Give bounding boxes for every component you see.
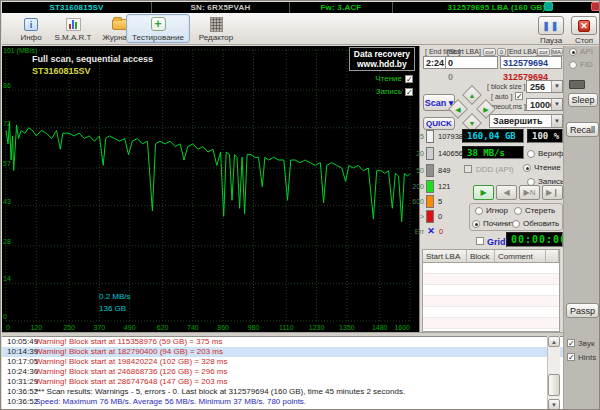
histogram-block (426, 195, 434, 208)
radio-fid[interactable]: FID (569, 60, 593, 69)
stop-icon: ✕ (578, 20, 590, 32)
log-row[interactable]: 10:17:05Warning! Block start at 19842022… (2, 357, 563, 367)
histogram-row: 200121 (411, 180, 451, 193)
end-lba-label: [End LBA] (507, 48, 539, 55)
scroll-down-icon[interactable]: ▼ (548, 399, 560, 410)
radio-erase[interactable]: Стереть (514, 206, 555, 215)
histogram-block (426, 130, 434, 143)
hex-editor-icon (210, 17, 223, 32)
log-row[interactable]: 10:05:49Warning! Block start at 11535897… (2, 337, 563, 347)
auto-checkbox[interactable]: ✓ (515, 92, 523, 100)
start-lba-label: [Start LBA] (447, 48, 481, 55)
log-row[interactable]: 10:31:29Warning! Block start at 28674764… (2, 377, 563, 387)
passp-button[interactable]: Passp (566, 303, 599, 318)
tab-info[interactable]: i Инфо (14, 14, 48, 43)
speed-display: 38 MB/s (462, 146, 524, 159)
radio-ignore[interactable]: Игнор (475, 206, 508, 215)
stop-button[interactable]: ✕ Стоп (569, 16, 599, 45)
timer-display: 00:00:00 (506, 232, 563, 247)
defect-table-column-header[interactable]: Start LBA (423, 250, 467, 262)
legend-write: Запись ✓ (376, 87, 413, 96)
scroll-up-icon[interactable]: ▲ (548, 336, 560, 347)
quick-button[interactable]: QUICK (423, 117, 455, 130)
defect-table-column-header[interactable] (546, 250, 559, 262)
sleep-button[interactable]: Sleep (568, 93, 598, 107)
chevron-down-icon[interactable]: ▼ (551, 99, 562, 110)
svg-text:490: 490 (124, 324, 136, 331)
log-row[interactable]: 10:14:39Warning! Block start at 18279040… (2, 347, 563, 357)
log-row[interactable]: 10:24:30Warning! Block start at 24686873… (2, 367, 563, 377)
sound-checkbox[interactable]: ✓ (567, 339, 575, 347)
tab-testing[interactable]: + Тестирование (126, 14, 190, 43)
skip-icon: ▶N (524, 188, 536, 197)
defect-table: Start LBABlockComment (422, 249, 560, 332)
speed-graph-canvas: 101 (MB/s)867257432814001202503704906207… (2, 46, 420, 332)
play-button[interactable]: ▶ (473, 185, 494, 200)
recall-button[interactable]: Recall (566, 122, 599, 137)
percent-display: 100 % (527, 129, 563, 143)
chevron-down-icon[interactable]: ▼ (551, 115, 562, 127)
log-scrollbar[interactable]: ▲ ▼ (547, 336, 560, 410)
svg-text:120: 120 (30, 324, 42, 331)
log-message: Warning! Block start at 246868736 (126 G… (35, 367, 563, 377)
step-back-button[interactable]: ◀ (496, 185, 517, 200)
drive-model: ST3160815SV (2, 2, 152, 13)
start-lba-zero-button[interactable]: 0 (497, 48, 506, 56)
svg-text:86: 86 (3, 82, 11, 89)
radio-read[interactable]: Чтение (523, 163, 561, 172)
log-message: Warning! Block start at 198420224 (102 G… (35, 357, 563, 367)
table-row (423, 263, 559, 274)
arrow-up-icon: ▲ (465, 89, 479, 103)
color-swatch[interactable] (569, 80, 585, 89)
histogram-block (426, 147, 434, 160)
tray-green-icon[interactable] (544, 2, 553, 11)
log-time: 10:31:29 (2, 377, 35, 387)
hints-checkbox[interactable]: ✓ (567, 353, 575, 361)
legend-write-checkbox[interactable]: ✓ (405, 88, 413, 96)
radio-api[interactable]: API (569, 47, 593, 56)
legend-read: Чтение ✓ (375, 74, 413, 83)
info-icon: i (24, 18, 38, 31)
ddd-checkbox[interactable] (464, 165, 472, 173)
svg-text:28: 28 (3, 238, 11, 245)
chevron-down-icon[interactable]: ▼ (551, 81, 562, 92)
histogram-block (426, 164, 434, 177)
grid-label: Grid (487, 237, 506, 247)
tray-red-icon[interactable] (591, 2, 600, 11)
svg-text:14: 14 (3, 275, 11, 282)
log-row[interactable]: 10:36:52*** Scan results: Warnings - 5, … (2, 387, 563, 397)
radio-refresh[interactable]: Обновить (512, 219, 559, 228)
svg-text:620: 620 (157, 324, 169, 331)
start-lba-input[interactable]: 0 (445, 56, 498, 69)
block-size-combo[interactable]: 256 ▼ (526, 80, 563, 93)
svg-text:740: 740 (187, 324, 199, 331)
to-end-icon: ▶❙ (546, 188, 559, 197)
defect-table-column-header[interactable]: Block (467, 250, 495, 262)
graph-title: Full scan, sequential access (32, 54, 153, 64)
action-combo[interactable]: Завершить ▼ (489, 114, 563, 128)
defect-table-column-header[interactable]: Comment (495, 250, 546, 262)
start-lba-current: 0 (448, 72, 453, 82)
tab-smart[interactable]: S.M.A.R.T (50, 14, 96, 43)
grid-checkbox[interactable] (476, 237, 484, 245)
pause-button[interactable]: ❚❚ Пауза (536, 16, 566, 45)
log-row[interactable]: 10:36:52Speed: Maximum 76 MB/s. Average … (2, 397, 563, 407)
tab-editor[interactable]: Редактор (193, 14, 239, 43)
timeout-combo[interactable]: 10000 ▼ (526, 98, 563, 111)
svg-text:1350: 1350 (339, 324, 355, 331)
histogram-row: 6005 (411, 195, 442, 208)
to-end-button[interactable]: ▶❙ (542, 185, 563, 200)
scrollbar-thumb[interactable] (548, 374, 560, 396)
svg-text:1230: 1230 (309, 324, 325, 331)
svg-text:980: 980 (248, 324, 260, 331)
log-message: Warning! Block start at 286747648 (147 G… (35, 377, 563, 387)
end-lba-cur-button[interactable]: cur (537, 48, 550, 56)
radio-verify[interactable]: Вериф. (527, 149, 566, 158)
log-time: 10:05:49 (2, 337, 35, 347)
speed-graph[interactable]: 101 (MB/s)867257432814001202503704906207… (2, 46, 420, 332)
legend-read-checkbox[interactable]: ✓ (405, 75, 413, 83)
end-lba-input[interactable]: 312579694 (500, 56, 562, 69)
skip-next-button[interactable]: ▶N (519, 185, 540, 200)
log-message: Speed: Maximum 76 MB/s. Average 56 MB/s.… (35, 397, 563, 407)
start-lba-cur-button[interactable]: cur (483, 48, 496, 56)
